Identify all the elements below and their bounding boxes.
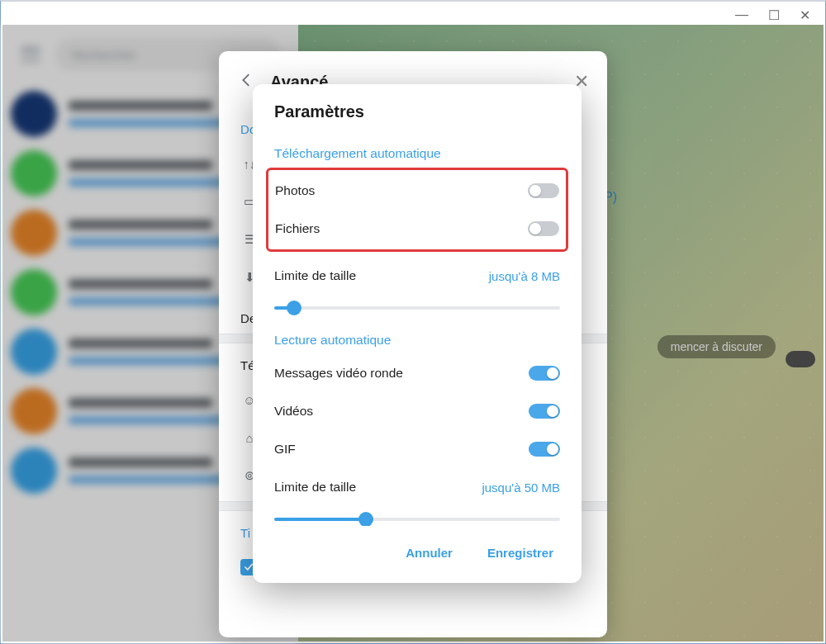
save-button[interactable]: Enregistrer (474, 537, 567, 568)
close-window-button[interactable]: ✕ (800, 7, 810, 23)
gif-row[interactable]: GIF (274, 430, 560, 468)
maximize-button[interactable]: ☐ (768, 7, 780, 23)
size-limit-label: Limite de taille (274, 268, 356, 283)
size-limit-value: jusqu'à 8 MB (489, 269, 560, 283)
round-video-label: Messages vidéo ronde (274, 366, 403, 381)
photos-label: Photos (275, 183, 315, 198)
autoplay-size-slider[interactable] (274, 508, 560, 526)
size-limit-value: jusqu'à 50 MB (482, 481, 560, 495)
files-row[interactable]: Fichiers (275, 210, 559, 248)
size-limit-label: Limite de taille (274, 480, 356, 495)
highlight-box: Photos Fichiers (266, 168, 568, 252)
modal-title: Paramètres (274, 102, 560, 121)
section-autoplay: Lecture automatique (274, 333, 560, 348)
photos-row[interactable]: Photos (275, 172, 559, 210)
round-video-row[interactable]: Messages vidéo ronde (274, 354, 560, 392)
minimize-button[interactable]: — (735, 7, 748, 22)
section-auto-download: Téléchargement automatique (274, 146, 560, 161)
download-size-limit-row: Limite de taille jusqu'à 8 MB (274, 257, 560, 295)
files-toggle[interactable] (528, 221, 559, 236)
videos-row[interactable]: Vidéos (274, 392, 560, 430)
photos-toggle[interactable] (528, 183, 559, 198)
round-video-toggle[interactable] (529, 366, 560, 381)
videos-label: Vidéos (274, 404, 313, 419)
gif-toggle[interactable] (529, 442, 560, 457)
download-size-slider[interactable] (274, 296, 560, 320)
back-arrow-icon[interactable] (237, 71, 255, 92)
files-label: Fichiers (275, 221, 320, 236)
videos-toggle[interactable] (529, 404, 560, 419)
autoplay-size-limit-row: Limite de taille jusqu'à 50 MB (274, 468, 560, 506)
app-window: — ☐ ✕ Rechercher P) mencer à discuter Av… (0, 0, 826, 644)
settings-modal: Paramètres Téléchargement automatique Ph… (253, 84, 582, 583)
gif-label: GIF (274, 442, 296, 457)
cancel-button[interactable]: Annuler (392, 537, 466, 568)
